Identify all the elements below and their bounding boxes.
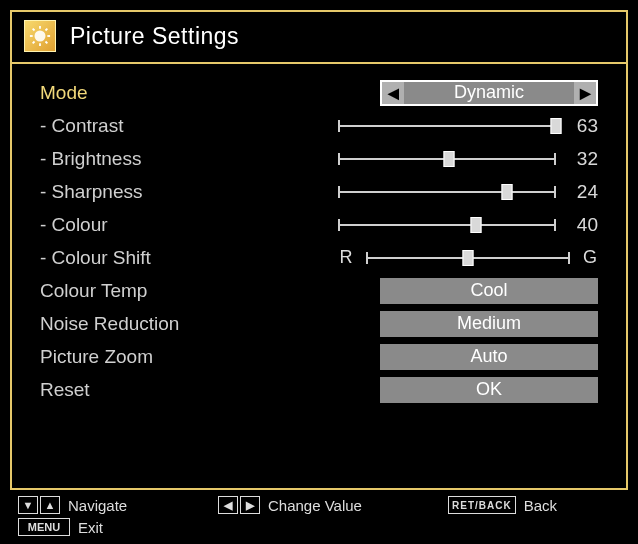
arrow-left-icon: ◀: [218, 496, 238, 514]
panel-header: Picture Settings: [12, 12, 626, 64]
colour-shift-slider[interactable]: [366, 251, 570, 265]
sharpness-value: 24: [568, 181, 598, 203]
settings-list: Mode ◀ Dynamic ▶ Contrast 63: [12, 64, 626, 406]
contrast-value: 63: [568, 115, 598, 137]
svg-line-7: [33, 42, 35, 44]
chevron-left-icon[interactable]: ◀: [382, 82, 404, 104]
mode-selector[interactable]: ◀ Dynamic ▶: [380, 80, 598, 106]
brightness-value: 32: [568, 148, 598, 170]
hint-navigate-label: Navigate: [68, 497, 127, 514]
settings-panel: Picture Settings Mode ◀ Dynamic ▶ Contra…: [10, 10, 628, 490]
hint-exit: MENU Exit: [18, 518, 218, 536]
hint-back-label: Back: [524, 497, 557, 514]
arrow-down-icon: ▼: [18, 496, 38, 514]
colour-shift-left-letter: R: [338, 247, 354, 268]
mode-label: Mode: [40, 82, 310, 104]
row-contrast[interactable]: Contrast 63: [40, 109, 598, 142]
reset-label: Reset: [40, 379, 310, 401]
svg-line-6: [46, 42, 48, 44]
row-colour-shift[interactable]: Colour Shift R G: [40, 241, 598, 274]
picture-zoom-label: Picture Zoom: [40, 346, 310, 368]
row-sharpness[interactable]: Sharpness 24: [40, 175, 598, 208]
brightness-label: Brightness: [40, 148, 310, 170]
row-mode[interactable]: Mode ◀ Dynamic ▶: [40, 76, 598, 109]
svg-line-5: [33, 29, 35, 31]
sharpness-label: Sharpness: [40, 181, 310, 203]
arrow-up-icon: ▲: [40, 496, 60, 514]
colour-shift-right-letter: G: [582, 247, 598, 268]
row-colour-temp[interactable]: Colour Temp Cool: [40, 274, 598, 307]
menu-key-icon: MENU: [18, 518, 70, 536]
brightness-slider[interactable]: [338, 152, 556, 166]
hint-back: RET/BACK Back: [448, 496, 620, 514]
colour-label: Colour: [40, 214, 310, 236]
colour-temp-select[interactable]: Cool: [380, 278, 598, 304]
arrow-right-icon: ▶: [240, 496, 260, 514]
colour-value: 40: [568, 214, 598, 236]
noise-reduction-label: Noise Reduction: [40, 313, 310, 335]
svg-line-8: [46, 29, 48, 31]
sharpness-slider[interactable]: [338, 185, 556, 199]
noise-reduction-select[interactable]: Medium: [380, 311, 598, 337]
footer-hints: ▼ ▲ Navigate ◀ ▶ Change Value RET/BACK B…: [18, 496, 620, 536]
chevron-right-icon[interactable]: ▶: [574, 82, 596, 104]
hint-change-value-label: Change Value: [268, 497, 362, 514]
mode-value: Dynamic: [404, 82, 574, 103]
reset-button[interactable]: OK: [380, 377, 598, 403]
row-colour[interactable]: Colour 40: [40, 208, 598, 241]
row-picture-zoom[interactable]: Picture Zoom Auto: [40, 340, 598, 373]
colour-shift-label: Colour Shift: [40, 247, 310, 269]
hint-navigate: ▼ ▲ Navigate: [18, 496, 218, 514]
row-reset[interactable]: Reset OK: [40, 373, 598, 406]
picture-settings-icon: [24, 20, 56, 52]
picture-zoom-select[interactable]: Auto: [380, 344, 598, 370]
hint-exit-label: Exit: [78, 519, 103, 536]
colour-slider[interactable]: [338, 218, 556, 232]
colour-temp-label: Colour Temp: [40, 280, 310, 302]
hint-change-value: ◀ ▶ Change Value: [218, 496, 448, 514]
row-noise-reduction[interactable]: Noise Reduction Medium: [40, 307, 598, 340]
row-brightness[interactable]: Brightness 32: [40, 142, 598, 175]
panel-title: Picture Settings: [70, 23, 239, 50]
contrast-label: Contrast: [40, 115, 310, 137]
ret-back-key-icon: RET/BACK: [448, 496, 516, 514]
contrast-slider[interactable]: [338, 119, 556, 133]
svg-point-0: [35, 31, 46, 42]
